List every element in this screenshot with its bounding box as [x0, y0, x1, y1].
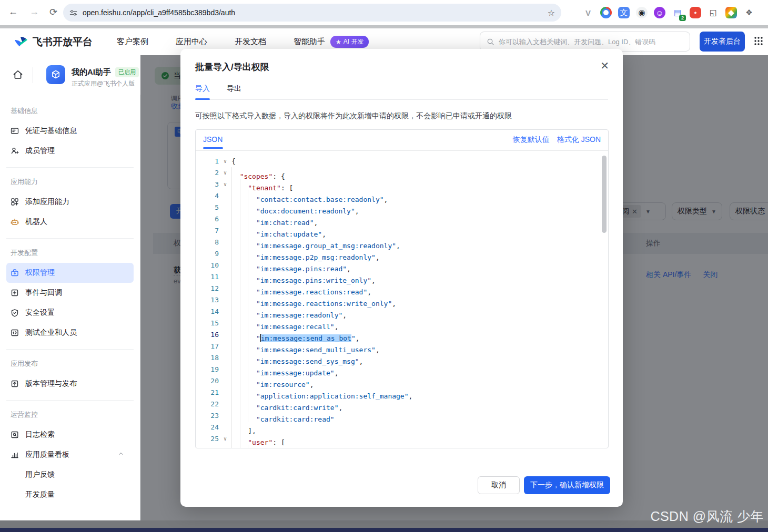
browser-toolbar: ← → ⟳ open.feishu.cn/app/cli_a9ff4585bc3…	[0, 0, 768, 25]
code-line[interactable]: 14"im:message:readonly",	[196, 306, 608, 318]
color-picker-icon[interactable]: ◆	[724, 5, 739, 20]
fold-gutter	[219, 190, 231, 202]
fold-gutter	[219, 445, 231, 448]
line-number: 4	[196, 190, 219, 202]
window-divider	[0, 25, 768, 28]
cancel-button[interactable]: 取消	[478, 476, 520, 494]
docs-extension-icon[interactable]: ▤2	[670, 5, 685, 20]
line-number: 5	[196, 202, 219, 213]
magic-extension-icon[interactable]: ⋆	[688, 5, 703, 20]
line-number: 14	[196, 306, 219, 318]
line-number: 23	[196, 410, 219, 422]
emoji-extension-icon[interactable]: ☺	[652, 5, 667, 20]
fold-gutter	[219, 294, 231, 306]
fold-gutter	[219, 341, 231, 352]
fold-gutter	[219, 237, 231, 248]
fold-chevron-icon[interactable]: ∨	[219, 156, 231, 167]
back-icon[interactable]: ←	[8, 6, 18, 17]
code-line[interactable]: 25∨"user": [	[196, 433, 608, 445]
vpn-extension-icon[interactable]: V	[581, 5, 595, 20]
code-text: "contact:contact.base:readonly",	[231, 190, 388, 202]
puzzle-extensions-icon[interactable]: ❖	[742, 5, 756, 20]
code-line[interactable]: 22"cardkit:card:write",	[196, 398, 608, 410]
fold-gutter	[219, 387, 231, 398]
code-line[interactable]: 19"im:message:update",	[196, 364, 608, 375]
address-bar[interactable]: open.feishu.cn/app/cli_a9ff4585bc389bd3/…	[63, 4, 561, 22]
line-number: 2	[196, 167, 219, 179]
code-line[interactable]: 3∨"tenant": [	[196, 179, 608, 190]
fold-gutter	[219, 213, 231, 225]
fold-gutter	[219, 364, 231, 375]
code-text: "tenant": [	[231, 179, 293, 190]
line-number: 8	[196, 237, 219, 248]
code-line[interactable]: 24],	[196, 422, 608, 433]
code-line[interactable]: 7"im:chat:update",	[196, 225, 608, 237]
line-number: 11	[196, 271, 219, 283]
code-line[interactable]: 9"im:message.p2p_msg:readonly",	[196, 248, 608, 260]
fold-chevron-icon[interactable]: ∨	[219, 179, 231, 190]
code-text: "im:chat:read",	[231, 213, 318, 225]
code-text: {	[231, 156, 236, 167]
fold-chevron-icon[interactable]: ∨	[219, 433, 231, 445]
editor-header: JSON 恢复默认值 格式化 JSON	[196, 130, 608, 151]
editor-tab-json[interactable]: JSON	[203, 135, 223, 144]
code-line[interactable]: 26"contact:contact.base:readonly",	[196, 445, 608, 448]
code-text: "im:chat:update",	[231, 225, 326, 237]
code-line[interactable]: 2∨"scopes": {	[196, 167, 608, 179]
code-line[interactable]: 10"im:message.pins:read",	[196, 260, 608, 271]
code-line[interactable]: 16"im:message:send_as_bot",	[196, 329, 608, 341]
code-text: "cardkit:card:read"	[231, 410, 335, 422]
code-text: "im:message.reactions:write_only",	[231, 294, 396, 306]
url-text[interactable]: open.feishu.cn/app/cli_a9ff4585bc389bd3/…	[83, 8, 235, 17]
chrome-logo-icon[interactable]	[599, 5, 613, 20]
forward-icon[interactable]: →	[29, 6, 39, 17]
capture-area-icon[interactable]: ◱	[706, 5, 721, 20]
code-line[interactable]: 13"im:message.reactions:write_only",	[196, 294, 608, 306]
format-json-link[interactable]: 格式化 JSON	[557, 135, 601, 145]
fold-chevron-icon[interactable]: ∨	[219, 167, 231, 179]
code-line[interactable]: 20"im:resource",	[196, 375, 608, 387]
code-line[interactable]: 8"im:message.group_at_msg:readonly",	[196, 237, 608, 248]
confirm-button[interactable]: 下一步，确认新增权限	[524, 476, 610, 494]
line-number: 3	[196, 179, 219, 190]
code-text: "im:message:update",	[231, 364, 338, 375]
code-line[interactable]: 17"im:message:send_multi_users",	[196, 341, 608, 352]
bookmark-star-icon[interactable]: ☆	[548, 8, 555, 18]
code-line[interactable]: 4"contact:contact.base:readonly",	[196, 190, 608, 202]
code-line[interactable]: 15"im:message:recall",	[196, 318, 608, 329]
fold-gutter	[219, 202, 231, 213]
translate-icon[interactable]: 文	[617, 5, 631, 20]
fold-gutter	[219, 398, 231, 410]
restore-default-link[interactable]: 恢复默认值	[513, 135, 550, 145]
code-line[interactable]: 6"im:chat:read",	[196, 213, 608, 225]
code-line[interactable]: 18"im:message:send_sys_msg",	[196, 352, 608, 364]
code-text: "im:message:recall",	[231, 318, 338, 329]
screenshot-icon[interactable]: ◉	[634, 5, 649, 20]
fold-gutter	[219, 306, 231, 318]
code-line[interactable]: 21"application:application:self_manage",	[196, 387, 608, 398]
code-line[interactable]: 12"im:message.reactions:read",	[196, 283, 608, 294]
fold-gutter	[219, 329, 231, 341]
code-line[interactable]: 5"docx:document:readonly",	[196, 202, 608, 213]
code-line[interactable]: 23"cardkit:card:read"	[196, 410, 608, 422]
code-text: "im:message:readonly",	[231, 306, 347, 318]
code-line[interactable]: 1∨{	[196, 156, 608, 167]
fold-gutter	[219, 271, 231, 283]
site-settings-icon[interactable]	[69, 9, 77, 17]
fold-gutter	[219, 260, 231, 271]
reload-icon[interactable]: ⟳	[49, 6, 57, 18]
code-text: "im:message.pins:read",	[231, 260, 351, 271]
close-icon[interactable]: ✕	[600, 59, 609, 72]
import-export-modal: 批量导入/导出权限 ✕ 导入 导出 可按照以下格式导入数据，导入的权限将作为此次…	[180, 49, 623, 507]
tab-export[interactable]: 导出	[227, 79, 241, 99]
code-line[interactable]: 11"im:message.pins:write_only",	[196, 271, 608, 283]
code-text: "im:message.pins:write_only",	[231, 271, 376, 283]
line-number: 21	[196, 387, 219, 398]
extensions-area: V文◉☺▤2⋆◱◆❖	[581, 5, 756, 20]
editor-scrollbar[interactable]	[602, 156, 607, 233]
extension-badge: 2	[679, 15, 686, 21]
tab-import[interactable]: 导入	[195, 79, 210, 99]
fold-gutter	[219, 352, 231, 364]
code-area[interactable]: 1∨{2∨"scopes": {3∨"tenant": [4"contact:c…	[196, 151, 608, 448]
line-number: 7	[196, 225, 219, 237]
